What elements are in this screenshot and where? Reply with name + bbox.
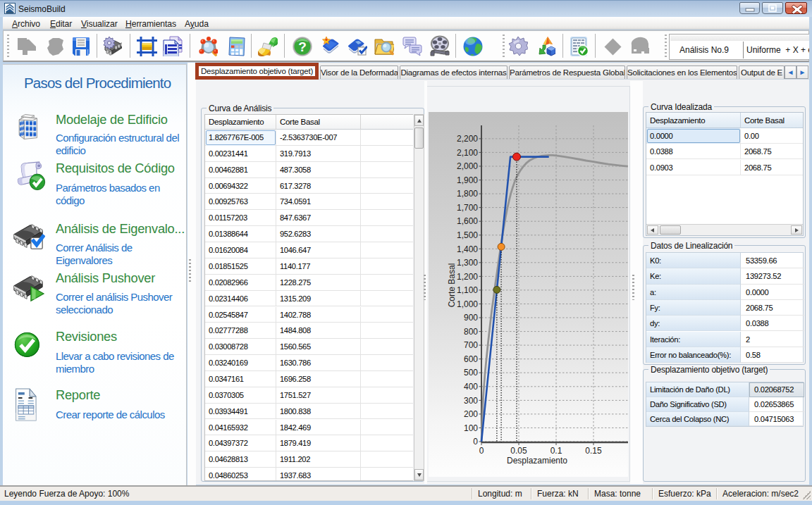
svg-text:2,100: 2,100 — [457, 148, 478, 158]
svg-text:1,200: 1,200 — [457, 272, 478, 282]
svg-text:1,100: 1,100 — [457, 285, 478, 295]
svg-text:2,200: 2,200 — [457, 134, 478, 144]
svg-text:0.05: 0.05 — [510, 446, 527, 456]
svg-text:800: 800 — [464, 327, 478, 337]
svg-text:1,400: 1,400 — [457, 244, 478, 254]
svg-text:1,300: 1,300 — [457, 258, 478, 268]
svg-text:2,000: 2,000 — [457, 161, 478, 171]
svg-text:900: 900 — [464, 313, 478, 323]
svg-text:1,900: 1,900 — [457, 175, 478, 185]
svg-text:600: 600 — [464, 354, 478, 364]
svg-text:1,500: 1,500 — [457, 230, 478, 240]
svg-text:300: 300 — [464, 396, 478, 406]
svg-text:?: ? — [298, 39, 307, 54]
svg-text:500: 500 — [464, 368, 478, 378]
svg-text:100: 100 — [464, 423, 478, 433]
svg-text:1,000: 1,000 — [457, 299, 478, 309]
svg-text:200: 200 — [464, 409, 478, 419]
svg-text:700: 700 — [464, 340, 478, 350]
svg-text:1,700: 1,700 — [457, 203, 478, 213]
svg-text:0: 0 — [473, 437, 478, 447]
svg-text:Desplazamiento: Desplazamiento — [507, 456, 567, 466]
svg-text:0.15: 0.15 — [585, 446, 602, 456]
svg-text:0: 0 — [479, 446, 484, 456]
svg-text:1,600: 1,600 — [457, 216, 478, 226]
svg-text:400: 400 — [464, 382, 478, 392]
svg-text:Corte Basal: Corte Basal — [447, 263, 457, 308]
svg-text:0.1: 0.1 — [550, 446, 562, 456]
svg-text:1,800: 1,800 — [457, 189, 478, 199]
